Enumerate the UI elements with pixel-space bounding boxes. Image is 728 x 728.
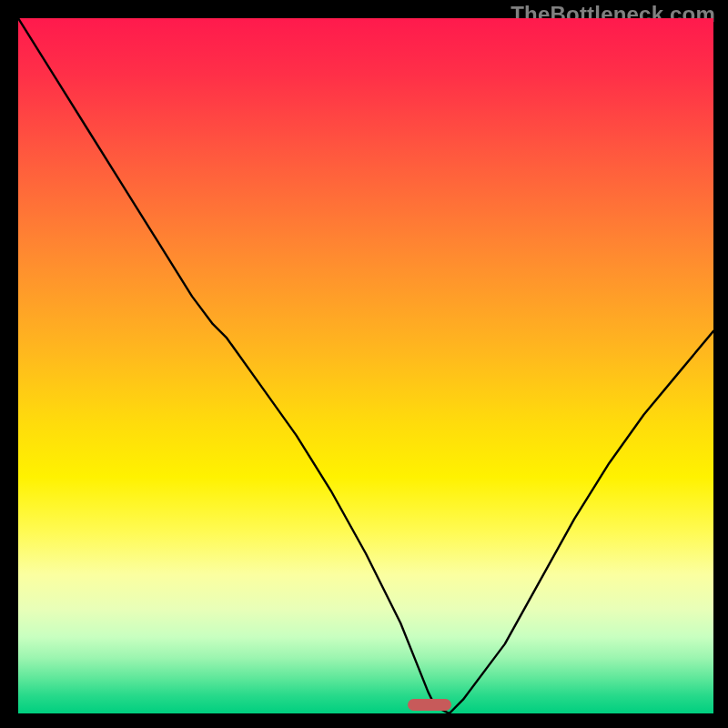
plot-area — [18, 18, 713, 713]
bottleneck-curve — [18, 18, 713, 713]
chart-frame: TheBottleneck.com — [0, 0, 728, 728]
minimum-marker — [408, 699, 451, 711]
